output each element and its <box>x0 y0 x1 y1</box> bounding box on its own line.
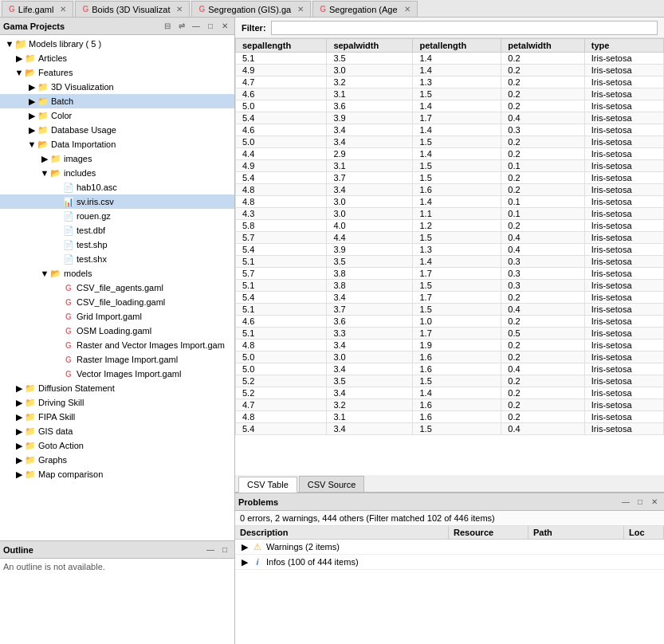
table-row[interactable]: 5.03.41.50.2Iris-setosa <box>236 136 664 148</box>
col-header-type[interactable]: type <box>584 39 663 53</box>
tree-item-hab10[interactable]: 📄 hab10.asc <box>0 180 234 194</box>
toggle-graphs[interactable]: ▶ <box>14 455 24 465</box>
tree-item-features[interactable]: ▼ 📂 Features <box>0 65 234 80</box>
col-header-petallength[interactable]: petallength <box>413 39 501 53</box>
tree-item-graphs[interactable]: ▶ 📁 Graphs <box>0 453 234 467</box>
expand-warnings[interactable]: ▶ <box>240 542 249 552</box>
tree-item-raster-vector[interactable]: G Raster and Vector Images Import.gam <box>0 338 234 352</box>
toggle-batch[interactable]: ▶ <box>27 96 37 106</box>
table-row[interactable]: 5.13.51.40.2Iris-setosa <box>236 53 664 65</box>
tab-life[interactable]: G Life.gaml ✕ <box>2 1 73 17</box>
toggle-gis[interactable]: ▶ <box>14 426 24 436</box>
table-row[interactable]: 4.63.61.00.2Iris-setosa <box>236 316 664 328</box>
toggle-driving[interactable]: ▶ <box>14 398 24 407</box>
toggle-data-importation[interactable]: ▼ <box>27 139 37 149</box>
csv-source-tab[interactable]: CSV Source <box>299 476 365 492</box>
tree-item-batch[interactable]: ▶ 📁 Batch <box>0 94 234 108</box>
toggle-goto[interactable]: ▶ <box>14 441 24 450</box>
tab-segregation-age[interactable]: G Segregation (Age ✕ <box>312 1 417 17</box>
table-row[interactable]: 5.13.81.50.3Iris-setosa <box>236 280 664 292</box>
col-description[interactable]: Description <box>235 526 449 539</box>
table-row[interactable]: 4.73.21.30.2Iris-setosa <box>236 77 664 88</box>
tree-item-test-shx[interactable]: 📄 test.shx <box>0 252 234 266</box>
tree-item-color[interactable]: ▶ 📁 Color <box>0 108 234 123</box>
tree-item-vector-images[interactable]: G Vector Images Import.gaml <box>0 367 234 381</box>
table-row[interactable]: 5.13.71.50.4Iris-setosa <box>236 304 664 316</box>
table-row[interactable]: 4.83.41.90.2Iris-setosa <box>236 340 664 351</box>
tree-item-test-dbf[interactable]: 📄 test.dbf <box>0 223 234 238</box>
table-row[interactable]: 5.03.61.40.2Iris-setosa <box>236 100 664 112</box>
table-row[interactable]: 5.13.31.70.5Iris-setosa <box>236 328 664 340</box>
toggle-images[interactable]: ▶ <box>40 154 49 163</box>
table-row[interactable]: 4.93.11.50.1Iris-setosa <box>236 160 664 172</box>
table-row[interactable]: 4.63.11.50.2Iris-setosa <box>236 88 664 100</box>
tree-item-csv-agents[interactable]: G CSV_file_agents.gaml <box>0 281 234 295</box>
tree-item-goto[interactable]: ▶ 📁 Goto Action <box>0 438 234 453</box>
maximize-button[interactable]: □ <box>204 20 217 33</box>
toggle-models-library[interactable]: ▼ <box>5 39 14 49</box>
outline-maximize-button[interactable]: □ <box>218 544 231 556</box>
toggle-features[interactable]: ▼ <box>14 68 24 77</box>
col-header-sepallength[interactable]: sepallength <box>236 39 327 53</box>
table-row[interactable]: 4.83.11.60.2Iris-setosa <box>236 411 664 423</box>
tree-item-diffusion[interactable]: ▶ 📁 Diffusion Statement <box>0 381 234 395</box>
problems-close-button[interactable]: ✕ <box>648 496 661 509</box>
tree-item-fipa[interactable]: ▶ 📁 FIPA Skill <box>0 410 234 424</box>
table-row[interactable]: 5.43.91.30.4Iris-setosa <box>236 244 664 256</box>
filter-input[interactable] <box>271 21 658 35</box>
toggle-database[interactable]: ▶ <box>27 125 37 135</box>
tab-life-close[interactable]: ✕ <box>60 5 66 14</box>
toggle-fipa[interactable]: ▶ <box>14 412 24 422</box>
table-row[interactable]: 5.03.01.60.2Iris-setosa <box>236 351 664 363</box>
table-row[interactable]: 4.33.01.10.1Iris-setosa <box>236 208 664 220</box>
table-row[interactable]: 5.13.51.40.3Iris-setosa <box>236 256 664 268</box>
col-resource[interactable]: Resource <box>449 526 528 539</box>
tree-item-rouen[interactable]: 📄 rouen.gz <box>0 209 234 223</box>
table-row[interactable]: 5.74.41.50.4Iris-setosa <box>236 232 664 244</box>
tab-segregation-gis-close[interactable]: ✕ <box>297 5 304 14</box>
tree-item-osm-loading[interactable]: G OSM Loading.gaml <box>0 324 234 338</box>
tree-item-grid-import[interactable]: G Grid Import.gaml <box>0 309 234 324</box>
table-row[interactable]: 5.43.41.50.4Iris-setosa <box>236 423 664 435</box>
table-row[interactable]: 5.03.41.60.4Iris-setosa <box>236 363 664 375</box>
collapse-all-button[interactable]: ⊟ <box>161 20 174 33</box>
tree-item-3dvis[interactable]: ▶ 📁 3D Visualization <box>0 80 234 94</box>
table-row[interactable]: 4.93.01.40.2Iris-setosa <box>236 65 664 77</box>
toggle-3dvis[interactable]: ▶ <box>27 82 37 92</box>
col-location[interactable]: Loc <box>624 526 664 539</box>
table-row[interactable]: 5.43.91.70.4Iris-setosa <box>236 112 664 124</box>
col-path[interactable]: Path <box>528 526 624 539</box>
toggle-diffusion[interactable]: ▶ <box>14 383 24 393</box>
table-row[interactable]: 4.73.21.60.2Iris-setosa <box>236 399 664 411</box>
problems-maximize-button[interactable]: □ <box>634 496 646 509</box>
table-row[interactable]: 5.23.41.40.2Iris-setosa <box>236 387 664 399</box>
tree-item-driving[interactable]: ▶ 📁 Driving Skill <box>0 395 234 410</box>
problem-row-infos[interactable]: ▶ i Infos (100 of 444 items) <box>235 555 664 570</box>
toggle-articles[interactable]: ▶ <box>14 53 24 63</box>
table-row[interactable]: 5.43.41.70.2Iris-setosa <box>236 292 664 304</box>
table-row[interactable]: 4.63.41.40.3Iris-setosa <box>236 124 664 136</box>
table-row[interactable]: 4.83.01.40.1Iris-setosa <box>236 196 664 208</box>
csv-table-tab[interactable]: CSV Table <box>238 477 297 493</box>
col-header-petalwidth[interactable]: petalwidth <box>501 39 585 53</box>
link-with-editor-button[interactable]: ⇌ <box>175 20 188 33</box>
tree-item-map-comparison[interactable]: ▶ 📁 Map comparison <box>0 467 234 481</box>
tree-item-test-shp[interactable]: 📄 test.shp <box>0 238 234 252</box>
toggle-color[interactable]: ▶ <box>27 111 37 120</box>
toggle-map-comparison[interactable]: ▶ <box>14 469 24 479</box>
outline-minimize-button[interactable]: — <box>204 544 217 556</box>
tree-item-iris-csv[interactable]: 📊 sv.iris.csv <box>0 194 234 209</box>
tree-item-includes[interactable]: ▼ 📂 includes <box>0 166 234 180</box>
table-row[interactable]: 4.42.91.40.2Iris-setosa <box>236 148 664 160</box>
toggle-includes[interactable]: ▼ <box>40 168 49 178</box>
tree-item-images[interactable]: ▶ 📁 images <box>0 151 234 166</box>
expand-infos[interactable]: ▶ <box>240 557 249 567</box>
tab-segregation-age-close[interactable]: ✕ <box>404 5 411 14</box>
tree-item-models-library[interactable]: ▼ 📁 Models library ( 5 ) <box>0 37 234 51</box>
tree-item-articles[interactable]: ▶ 📁 Articles <box>0 51 234 65</box>
close-panel-button[interactable]: ✕ <box>218 20 231 33</box>
problems-minimize-button[interactable]: — <box>619 496 632 509</box>
table-row[interactable]: 4.83.41.60.2Iris-setosa <box>236 184 664 196</box>
tab-boids[interactable]: G Boids (3D Visualizat ✕ <box>75 1 190 17</box>
tab-boids-close[interactable]: ✕ <box>176 5 183 14</box>
